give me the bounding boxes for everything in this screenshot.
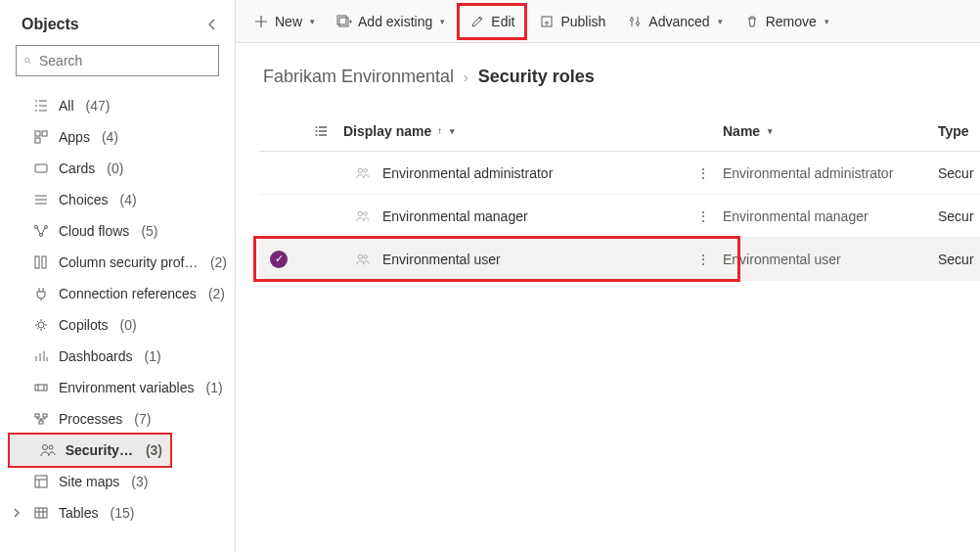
svg-point-0 [25,58,29,62]
chevron-down-icon: ▾ [824,17,829,26]
table-row[interactable]: Environmental manager ⋮ Environmental ma… [259,195,980,238]
search-icon [24,54,31,68]
sidebar-item-all[interactable]: All (47) [0,90,235,121]
svg-rect-15 [39,421,43,424]
process-icon [33,411,49,427]
add-existing-label: Add existing [358,14,432,29]
svg-point-17 [49,445,53,449]
svg-rect-13 [35,414,39,417]
chevron-right-icon[interactable] [10,508,23,518]
advanced-button[interactable]: Advanced ▾ [617,6,732,37]
column-security-icon [33,254,49,270]
svg-point-27 [358,211,362,215]
svg-rect-4 [35,138,40,143]
sidebar-item-dashboards[interactable]: Dashboards (1) [0,341,235,372]
sidebar-item-label: Column security profi... [59,254,199,270]
svg-point-24 [637,22,640,24]
svg-rect-12 [35,385,47,391]
row-more-button[interactable]: ⋮ [684,165,723,181]
edit-label: Edit [491,14,514,29]
variable-icon [33,380,49,395]
sidebar-item-count: (5) [141,223,157,239]
search-input[interactable] [39,53,210,69]
row-more-button[interactable]: ⋮ [684,208,723,224]
sidebar-item-label: Choices [59,192,109,207]
column-options-icon [313,123,329,139]
sidebar-item-environment-variables[interactable]: Environment variables (1) [0,372,235,403]
sidebar-item-apps[interactable]: Apps (4) [0,121,235,153]
remove-button[interactable]: Remove ▾ [735,6,839,37]
search-input-wrapper[interactable] [16,45,219,76]
row-display-name: Environmental administrator [382,165,553,181]
chevron-down-icon: ▾ [310,17,315,26]
column-header-label: Display name [343,123,431,139]
chevron-right-icon: › [464,69,468,85]
collapse-sidebar-button[interactable] [205,18,219,31]
edit-button[interactable]: Edit [457,3,527,40]
sidebar-item-count: (4) [102,129,118,145]
publish-label: Publish [560,14,605,29]
svg-point-28 [364,211,368,215]
new-button[interactable]: New ▾ [244,6,325,37]
sidebar-item-label: Environment variables [59,380,195,395]
row-more-button[interactable]: ⋮ [684,252,723,267]
choices-icon [33,192,49,207]
publish-button[interactable]: Publish [529,6,615,37]
table-icon [33,505,49,521]
sidebar-item-security-roles[interactable]: Security roles (3) [10,435,170,466]
svg-rect-20 [339,18,348,26]
add-existing-button[interactable]: Add existing ▾ [327,6,455,37]
breadcrumb: Fabrikam Environmental › Security roles [259,67,980,87]
pencil-icon [469,14,485,29]
column-header-display-name[interactable]: Display name ↑ ▾ [343,123,684,139]
row-checkbox[interactable]: ✓ [259,251,298,268]
command-bar: New ▾ Add existing ▾ Edit Publish Advanc… [236,0,980,43]
row-type-value: Secur [938,165,974,181]
sidebar-item-label: Copilots [59,317,109,333]
security-roles-icon [40,442,56,458]
sidebar-item-connection-references[interactable]: Connection references (2) [0,278,235,309]
check-icon: ✓ [270,251,288,268]
dashboard-icon [33,348,49,364]
sidebar-item-count: (4) [120,192,137,207]
sidebar-item-count: (3) [146,442,162,458]
table-row[interactable]: Environmental administrator ⋮ Environmen… [259,152,980,195]
svg-point-16 [42,445,47,450]
sidebar-item-column-security[interactable]: Column security profi... (2) [0,247,235,278]
grid-header-row: Display name ↑ ▾ Name ▾ Type [259,111,980,152]
svg-point-11 [38,322,44,328]
svg-rect-3 [42,131,47,136]
row-type-value: Secur [938,252,974,267]
sidebar-item-label: Apps [59,129,90,145]
column-options-button[interactable] [298,123,343,139]
row-type-value: Secur [938,208,974,224]
chevron-left-icon [205,18,219,31]
list-icon [33,98,49,114]
plus-icon [253,14,269,29]
sidebar-item-choices[interactable]: Choices (4) [0,184,235,215]
sidebar-item-count: (47) [86,98,111,114]
advanced-label: Advanced [648,14,709,29]
table-row[interactable]: ✓ Environmental user ⋮ Environmental use… [259,238,980,281]
breadcrumb-parent[interactable]: Fabrikam Environmental [263,67,454,87]
column-header-type[interactable]: Type [938,123,980,139]
sidebar-item-cards[interactable]: Cards (0) [0,153,235,184]
sidebar-item-count: (3) [131,474,148,489]
column-header-label: Type [938,123,969,139]
plug-icon [33,286,49,301]
svg-rect-5 [35,164,47,172]
sidebar-item-processes[interactable]: Processes (7) [0,403,235,435]
svg-line-1 [29,62,31,64]
sidebar-item-label: Tables [59,505,98,521]
trash-icon [744,14,760,29]
column-header-name[interactable]: Name ▾ [723,123,938,139]
sidebar-item-cloud-flows[interactable]: Cloud flows (5) [0,215,235,247]
sidebar-item-copilots[interactable]: Copilots (0) [0,309,235,341]
sidebar-item-label: Security roles [66,442,134,458]
sidebar-title: Objects [22,16,79,33]
sidebar-item-label: All [59,98,74,114]
flow-icon [33,223,49,239]
sidebar-item-tables[interactable]: Tables (15) [0,497,235,529]
publish-icon [539,14,555,29]
sidebar-item-site-maps[interactable]: Site maps (3) [0,466,235,497]
